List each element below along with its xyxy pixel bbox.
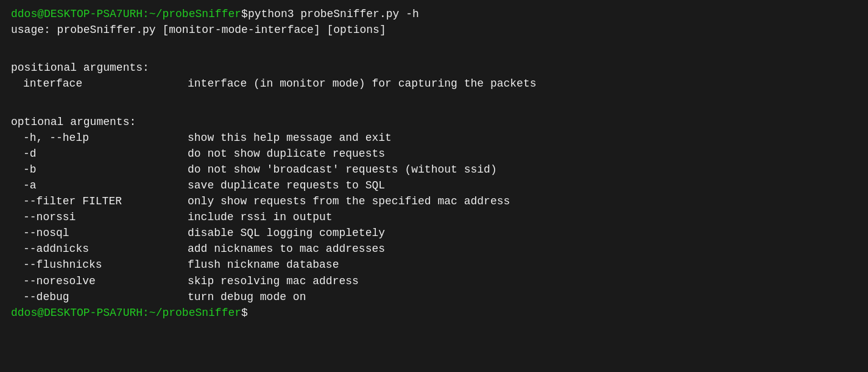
- optional-arg-help: -h, --help show this help message and ex…: [11, 130, 857, 146]
- prompt-line-2: ddos@DESKTOP-PSA7URH :~/probeSniffer $: [11, 305, 857, 321]
- optional-arg-desc-b: do not show 'broadcast' requests (withou…: [188, 162, 497, 177]
- optional-arg-noresolve: --noresolve skip resolving mac address: [11, 273, 857, 289]
- optional-arg-name-flushnicks: --flushnicks: [23, 257, 188, 273]
- prompt-line-1: ddos@DESKTOP-PSA7URH :~/probeSniffer $ p…: [11, 6, 857, 22]
- prompt-symbol-1: $: [241, 6, 248, 22]
- optional-arg-name-nosql: --nosql: [23, 225, 188, 241]
- optional-arg-flushnicks: --flushnicks flush nickname database: [11, 257, 857, 273]
- optional-header: optional arguments:: [11, 114, 857, 130]
- optional-arg-name-noresolve: --noresolve: [23, 273, 188, 289]
- optional-arg-desc-d: do not show duplicate requests: [188, 146, 385, 162]
- blank-line-1: [11, 38, 857, 54]
- optional-arg-d: -d do not show duplicate requests: [11, 146, 857, 162]
- optional-arg-filter: --filter FILTER only show requests from …: [11, 193, 857, 209]
- optional-arg-desc-a: save duplicate requests to SQL: [188, 177, 385, 193]
- user-host-2: ddos@DESKTOP-PSA7URH: [11, 305, 143, 321]
- optional-arg-name-help: -h, --help: [23, 130, 188, 146]
- usage-line: usage: probeSniffer.py [monitor-mode-int…: [11, 22, 857, 38]
- optional-arg-addnicks: --addnicks add nicknames to mac addresse…: [11, 241, 857, 257]
- optional-arg-name-d: -d: [23, 146, 188, 162]
- path-1: :~/probeSniffer: [143, 6, 241, 22]
- optional-arg-name-norssi: --norssi: [23, 209, 188, 225]
- positional-arg-desc-interface: interface (in monitor mode) for capturin…: [188, 76, 537, 91]
- optional-arg-desc-noresolve: skip resolving mac address: [188, 273, 359, 289]
- user-host-1: ddos@DESKTOP-PSA7URH: [11, 6, 143, 22]
- blank-line-2: [11, 91, 857, 107]
- optional-arg-desc-debug: turn debug mode on: [188, 289, 306, 305]
- positional-arg-interface: interface interface (in monitor mode) fo…: [11, 76, 857, 91]
- optional-arg-name-addnicks: --addnicks: [23, 241, 188, 257]
- optional-arg-norssi: --norssi include rssi in output: [11, 209, 857, 225]
- optional-arg-b: -b do not show 'broadcast' requests (wit…: [11, 162, 857, 177]
- optional-arg-name-a: -a: [23, 177, 188, 193]
- optional-arg-desc-nosql: disable SQL logging completely: [188, 225, 385, 241]
- positional-header: positional arguments:: [11, 60, 857, 76]
- optional-arg-debug: --debug turn debug mode on: [11, 289, 857, 305]
- optional-arg-desc-filter: only show requests from the specified ma…: [188, 193, 510, 209]
- optional-arg-name-debug: --debug: [23, 289, 188, 305]
- optional-arg-desc-addnicks: add nicknames to mac addresses: [188, 241, 385, 257]
- positional-arg-name-interface: interface: [23, 76, 188, 91]
- optional-arg-nosql: --nosql disable SQL logging completely: [11, 225, 857, 241]
- optional-arg-desc-flushnicks: flush nickname database: [188, 257, 339, 273]
- optional-arg-desc-help: show this help message and exit: [188, 130, 392, 146]
- optional-arg-a: -a save duplicate requests to SQL: [11, 177, 857, 193]
- command-1: python3 probeSniffer.py -h: [248, 6, 419, 22]
- path-2: :~/probeSniffer: [143, 305, 241, 321]
- prompt-symbol-2: $: [241, 305, 248, 321]
- optional-arg-name-filter: --filter FILTER: [23, 193, 188, 209]
- optional-arg-desc-norssi: include rssi in output: [188, 209, 333, 225]
- optional-arg-name-b: -b: [23, 162, 188, 177]
